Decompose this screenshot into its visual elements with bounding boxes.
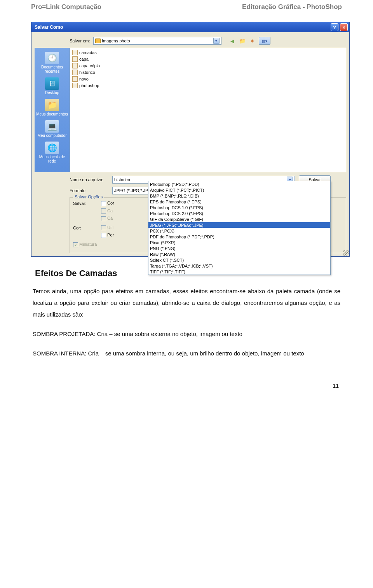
save-in-combo[interactable]: imagens photo ▾ (93, 37, 221, 45)
dialog-title: Salvar Como (35, 24, 63, 30)
save-options-title: Salvar Opções (73, 194, 104, 199)
screenshot-figure: Salvar Como ? × Salvar em: imagens photo… (31, 22, 342, 257)
checkbox[interactable] (101, 201, 106, 206)
page-number: 11 (33, 383, 340, 389)
network-places-icon: 🌐 (45, 142, 59, 154)
file-icon (72, 63, 78, 68)
format-option-selected[interactable]: JPEG (*.JPG;*.JPEG;*.JPE) (148, 222, 330, 228)
back-icon[interactable]: ◀ (228, 37, 236, 45)
help-button[interactable]: ? (331, 23, 338, 31)
folder-icon (95, 38, 101, 43)
format-option[interactable]: Photoshop DCS 1.0 (*.EPS) (148, 205, 330, 210)
place-mycomputer[interactable]: 💻 Meu computador (35, 119, 70, 139)
color-opts-label: Cor: (73, 226, 96, 230)
format-option[interactable]: Arquivo PICT (*.PCT;*.PICT) (148, 187, 330, 193)
format-label: Formato: (70, 188, 108, 193)
save-in-value: imagens photo (102, 38, 212, 43)
desktop-icon: 🖥 (45, 77, 59, 90)
checkbox (101, 208, 106, 214)
place-recent[interactable]: 🕘 Documentos recentes (35, 50, 70, 75)
chevron-down-icon[interactable]: ▾ (213, 38, 220, 44)
article-paragraph: Temos ainda, uma opção para efeitos em c… (33, 285, 340, 320)
checkbox (101, 225, 106, 230)
save-in-label: Salvar em: (70, 38, 90, 43)
my-documents-icon: 📁 (45, 99, 59, 111)
file-item[interactable]: camadas (72, 49, 343, 56)
my-computer-icon: 💻 (45, 120, 59, 133)
format-option[interactable]: BMP (*.BMP;*.RLE;*.DIB) (148, 193, 330, 199)
format-option[interactable]: Pixar (*.PXR) (148, 240, 330, 245)
titlebar[interactable]: Salvar Como ? × (31, 22, 349, 32)
file-icon (72, 70, 78, 75)
article-paragraph: SOMBRA PROJETADA: Cria – se uma sobra ex… (33, 328, 340, 340)
place-desktop[interactable]: 🖥 Desktop (35, 76, 70, 96)
checkbox (101, 216, 106, 221)
file-item[interactable]: historico (72, 69, 343, 75)
resize-grip-icon[interactable] (343, 250, 349, 256)
place-network[interactable]: 🌐 Meus locais de rede (35, 140, 70, 165)
filename-label: Nome do arquivo: (70, 177, 108, 182)
places-bar: 🕘 Documentos recentes 🖥 Desktop 📁 Meus d… (35, 48, 70, 172)
file-icon (72, 50, 78, 55)
file-list[interactable]: camadas capa capa cópia historico novo p… (70, 48, 346, 172)
format-option[interactable]: Scitex CT (*.SCT) (148, 257, 330, 263)
article-body: Efeitos De Camadas Temos ainda, uma opçã… (31, 268, 342, 389)
page-header: Pro=Link Computação Editoração Gráfica -… (31, 0, 342, 16)
file-icon (72, 83, 78, 88)
save-opts-label: Salvar: (73, 201, 96, 206)
file-item[interactable]: capa (72, 56, 343, 62)
checkbox (73, 242, 78, 247)
file-item[interactable]: photoshop (72, 82, 343, 89)
format-option[interactable]: Photoshop DCS 2.0 (*.EPS) (148, 210, 330, 216)
article-paragraph: SOMBRA INTERNA: Cria – se uma sombra int… (33, 348, 340, 359)
up-folder-icon[interactable]: 📁 (239, 37, 246, 45)
format-option[interactable]: PNG (*.PNG) (148, 245, 330, 251)
format-option[interactable]: PDF do Photoshop (*.PDF;*.PDP) (148, 234, 330, 240)
header-right: Editoração Gráfica - PhotoShop (242, 3, 342, 11)
format-option[interactable]: EPS do Photoshop (*.EPS) (148, 199, 330, 205)
format-dropdown-list[interactable]: Photoshop (*.PSD;*.PDD) Arquivo PICT (*.… (148, 181, 331, 275)
new-folder-icon[interactable]: ✶ (249, 37, 256, 45)
format-option[interactable]: Photoshop (*.PSD;*.PDD) (148, 181, 330, 187)
close-button[interactable]: × (340, 23, 348, 31)
file-icon (72, 76, 78, 82)
checkbox[interactable] (101, 233, 106, 238)
format-option[interactable]: Raw (*.RAW) (148, 251, 330, 257)
file-icon (72, 56, 78, 62)
format-option[interactable]: TIFF (*.TIF;*.TIFF) (148, 269, 330, 275)
format-option[interactable]: PCX (*.PCX) (148, 228, 330, 234)
views-icon[interactable]: ▦▾ (259, 37, 270, 45)
place-mydocs[interactable]: 📁 Meus documentos (35, 97, 70, 118)
format-option[interactable]: GIF da CompuServe (*.GIF) (148, 216, 330, 222)
file-item[interactable]: capa cópia (72, 62, 343, 69)
file-item[interactable]: novo (72, 75, 343, 82)
recent-docs-icon: 🕘 (45, 52, 59, 64)
save-as-dialog: Salvar Como ? × Salvar em: imagens photo… (31, 22, 350, 257)
format-option[interactable]: Targa (*.TGA;*.VDA;*.ICB;*.VST) (148, 263, 330, 269)
header-left: Pro=Link Computação (31, 3, 101, 11)
